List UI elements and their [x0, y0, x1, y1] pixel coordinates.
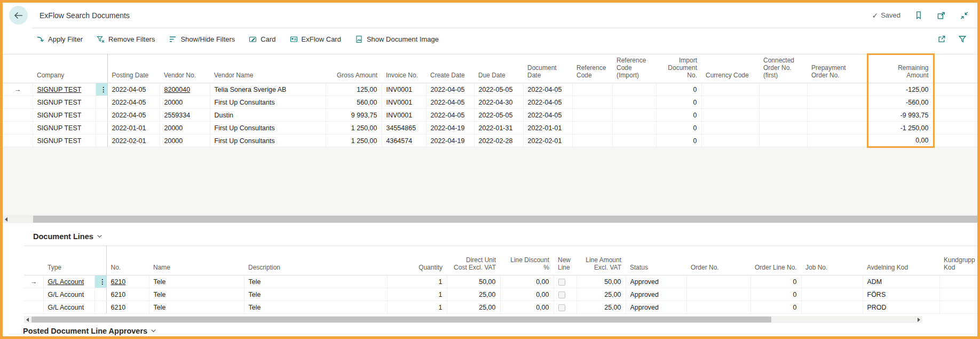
cell-currency-code[interactable] [701, 109, 759, 122]
cell-invoice-no[interactable]: INV0001 [382, 109, 426, 122]
cell-create-date[interactable]: 2022-04-05 [426, 83, 474, 96]
cell-remaining-amount[interactable]: -9 993,75 [867, 109, 934, 122]
cell-invoice-no[interactable]: 4364574 [382, 135, 426, 147]
cell-description[interactable]: Tele [244, 301, 387, 314]
col-vendor-no[interactable]: Vendor No. [160, 54, 210, 83]
col-avdelning-kod[interactable]: Avdelning Kod [863, 246, 939, 275]
cell-avdelning-kod[interactable]: PROD [863, 301, 939, 314]
cell-invoice-no[interactable]: INV0001 [382, 83, 426, 96]
cell-company[interactable]: SIGNUP TEST [33, 122, 96, 135]
cell-currency-code[interactable] [701, 135, 759, 147]
scrollbar-thumb[interactable] [33, 216, 977, 223]
row-selector[interactable]: → [24, 275, 43, 288]
cell-connected-order-no[interactable] [759, 122, 807, 135]
new-line-checkbox[interactable] [558, 291, 565, 298]
cell-gross-amount[interactable]: 125,00 [326, 83, 382, 96]
cell-reference-code[interactable] [572, 135, 612, 147]
cell-vendor-name[interactable]: First Up Consultants [210, 135, 326, 147]
remove-filters-button[interactable]: Remove Filters [93, 33, 161, 46]
cell-import-document-no[interactable]: 0 [656, 83, 701, 96]
cell-create-date[interactable]: 2022-04-05 [426, 96, 474, 109]
col-company[interactable]: Company [33, 54, 96, 83]
cell-name[interactable]: Tele [149, 301, 244, 314]
col-order-line-no[interactable]: Order Line No. [750, 246, 801, 275]
new-line-checkbox[interactable] [558, 304, 565, 311]
col-name[interactable]: Name [149, 246, 244, 275]
cell-prepayment-order-no[interactable] [807, 83, 867, 96]
new-line-checkbox[interactable] [558, 279, 565, 286]
cell-avdelning-kod[interactable]: FÖRS [863, 288, 939, 301]
cell-vendor-no[interactable]: 8200040 [160, 83, 210, 96]
cell-document-date[interactable]: 2022-02-01 [523, 135, 572, 147]
cell-currency-code[interactable] [701, 122, 759, 135]
cell-gross-amount[interactable]: 1 250,00 [326, 122, 382, 135]
cell-reference-code-import[interactable] [612, 122, 656, 135]
cell-prepayment-order-no[interactable] [807, 96, 867, 109]
row-selector[interactable] [24, 301, 43, 314]
cell-reference-code-import[interactable] [612, 96, 656, 109]
col-order-no[interactable]: Order No. [686, 246, 750, 275]
cell-job-no[interactable] [801, 301, 863, 314]
row-selector[interactable] [3, 109, 33, 122]
col-new-line[interactable]: New Line [554, 246, 576, 275]
row-selector[interactable] [3, 96, 33, 109]
cell-kundgrupp-kod[interactable] [939, 275, 977, 288]
col-job-no[interactable]: Job No. [801, 246, 863, 275]
col-invoice-no[interactable]: Invoice No. [382, 54, 426, 83]
cell-document-date[interactable]: 2022-01-01 [523, 122, 572, 135]
col-kundgrupp-kod[interactable]: Kundgrupp Kod [939, 246, 977, 275]
col-reference-code-import[interactable]: Reference Code (Import) [612, 54, 656, 83]
cell-reference-code-import[interactable] [612, 83, 656, 96]
cell-reference-code-import[interactable] [612, 135, 656, 147]
cell-remaining-amount[interactable]: -125,00 [867, 83, 934, 96]
cell-status[interactable]: Approved [626, 288, 686, 301]
cell-status[interactable]: Approved [626, 301, 686, 314]
cell-quantity[interactable]: 1 [387, 301, 447, 314]
card-button[interactable]: Card [246, 33, 282, 46]
cell-connected-order-no[interactable] [759, 96, 807, 109]
cell-vendor-no[interactable]: 20000 [160, 135, 210, 147]
cell-create-date[interactable]: 2022-04-19 [426, 122, 474, 135]
cell-document-date[interactable]: 2022-04-05 [523, 96, 572, 109]
col-prepayment-order-no[interactable]: Prepayment Order No. [807, 54, 867, 83]
cell-name[interactable]: Tele [149, 275, 244, 288]
cell-reference-code[interactable] [572, 96, 612, 109]
cell-order-no[interactable] [686, 301, 750, 314]
cell-reference-code[interactable] [572, 83, 612, 96]
col-document-date[interactable]: Document Date [523, 54, 572, 83]
chevron-down-icon[interactable] [149, 326, 158, 335]
documents-horizontal-scrollbar[interactable] [3, 215, 977, 223]
cell-order-line-no[interactable]: 0 [750, 288, 801, 301]
cell-job-no[interactable] [801, 275, 863, 288]
cell-status[interactable]: Approved [626, 275, 686, 288]
col-gross-amount[interactable]: Gross Amount [326, 54, 382, 83]
row-selector[interactable] [3, 122, 33, 135]
col-import-document-no[interactable]: Import Document No. [656, 54, 701, 83]
cell-due-date[interactable]: 2022-02-28 [474, 135, 523, 147]
col-due-date[interactable]: Due Date [474, 54, 523, 83]
apply-filter-button[interactable]: Apply Filter [33, 33, 89, 46]
scroll-right-arrow-icon[interactable] [918, 318, 920, 322]
cell-type[interactable]: G/L Account [43, 301, 94, 314]
bookmark-button[interactable] [914, 11, 923, 20]
cell-no[interactable]: 6210 [106, 288, 149, 301]
cell-document-date[interactable]: 2022-04-05 [523, 109, 572, 122]
cell-gross-amount[interactable]: 9 993,75 [326, 109, 382, 122]
col-status[interactable]: Status [626, 246, 686, 275]
cell-company[interactable]: SIGNUP TEST [33, 109, 96, 122]
cell-reference-code-import[interactable] [612, 109, 656, 122]
scroll-left-arrow-icon[interactable] [5, 217, 7, 222]
show-document-image-button[interactable]: Show Document Image [352, 33, 445, 46]
cell-invoice-no[interactable]: 34554865 [382, 122, 426, 135]
cell-gross-amount[interactable]: 560,00 [326, 96, 382, 109]
cell-vendor-name[interactable]: Dustin [210, 109, 326, 122]
row-menu-button[interactable]: ⋮ [96, 83, 107, 96]
cell-currency-code[interactable] [701, 96, 759, 109]
cell-remaining-amount[interactable]: -1 250,00 [867, 122, 934, 135]
cell-remaining-amount[interactable]: -560,00 [867, 96, 934, 109]
cell-posting-date[interactable]: 2022-04-05 [107, 96, 160, 109]
cell-job-no[interactable] [801, 288, 863, 301]
row-menu-button[interactable]: ⋮ [94, 275, 106, 288]
back-button[interactable] [9, 6, 28, 25]
cell-company[interactable]: SIGNUP TEST [33, 135, 96, 147]
